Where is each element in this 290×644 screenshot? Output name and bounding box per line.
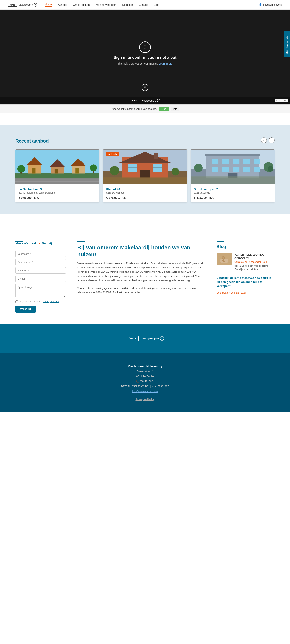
svg-rect-35: [205, 154, 260, 156]
svg-rect-41: [212, 167, 218, 172]
opmerkingen-input[interactable]: [16, 284, 66, 298]
svg-rect-23: [128, 168, 137, 168]
property-card-location: 49740 Haselünne / Lohe, Duitsland: [18, 192, 96, 194]
tab-bel-mij[interactable]: Bel mij: [42, 242, 52, 246]
carousel-prev-button[interactable]: ←: [261, 137, 267, 143]
footer-street: Sassenstraat 1: [137, 370, 154, 373]
vastgoedpro-logo: vastgoedpro ✓: [19, 3, 37, 6]
svg-rect-40: [254, 159, 260, 164]
svg-rect-28: [154, 152, 158, 159]
nav-gratis-zoeken[interactable]: Gratis zoeken: [73, 3, 90, 6]
recent-aanbod-section: Recent aanbod ← →: [0, 125, 290, 214]
property-card[interactable]: Verkocht: [103, 150, 187, 202]
footer-vastgoedpro-icon: ✓: [160, 336, 164, 340]
nav-diensten[interactable]: Diensten: [122, 3, 133, 6]
main-nav: Home Aanbod Gratis zoeken Woning verkope…: [45, 3, 259, 7]
blog-post-2-date: Geplaatst op: 25 maart 2024: [216, 292, 274, 294]
nav-home[interactable]: Home: [45, 3, 52, 7]
footer-vastgoedpro-logo: vastgoedpro ✓: [142, 99, 160, 102]
blog-post-1-title: JE HEBT EEN WONING GEKOCHT!: [234, 253, 274, 260]
blog-post[interactable]: Eindelijk, de lente staat voor de deur! …: [216, 276, 274, 294]
footer-phone: 038-4216604: [140, 380, 154, 383]
spacer-1: [0, 113, 290, 125]
cookie-ok-button[interactable]: Oke: [159, 107, 169, 111]
form-group-achternaam: [16, 259, 66, 265]
svg-rect-22: [129, 164, 129, 172]
svg-rect-31: [103, 177, 187, 184]
tab-maak-afspraak[interactable]: Maak afspraak: [16, 242, 37, 246]
login-button[interactable]: 👤 Inloggen move.nl: [259, 3, 282, 6]
about-title: Bij Van Amerom Makelaardij houden we van…: [77, 244, 205, 258]
email-input[interactable]: [16, 276, 66, 282]
scroll-down-button[interactable]: ▼: [142, 84, 148, 91]
svg-rect-25: [154, 164, 154, 172]
property-card-title: Sint Josephpad 7: [194, 188, 272, 191]
svg-rect-44: [243, 167, 250, 172]
blog-post[interactable]: JE HEBT EEN WONING GEKOCHT! Geplaatst op…: [216, 253, 274, 271]
learn-more-link[interactable]: Learn more: [159, 62, 173, 65]
blog-accent: [216, 241, 224, 242]
svg-rect-21: [128, 164, 137, 172]
svg-point-54: [222, 257, 224, 259]
property-card-location: 8266 LG Kampen: [106, 192, 184, 194]
user-icon: 👤: [259, 3, 262, 6]
property-card-body: Kleiput 43 8266 LG Kampen € 375.000,- k.…: [103, 184, 187, 202]
funda-logo: funda: [8, 3, 18, 7]
footer-privacy-link[interactable]: Privacyverklaring: [16, 398, 274, 401]
svg-rect-4: [32, 168, 36, 174]
recaptcha-badge: reCAPTCHA: [275, 99, 288, 102]
svg-rect-27: [140, 170, 150, 178]
favoriten-sidebar[interactable]: Mijn favorieten: [284, 31, 290, 57]
blog-post-1-excerpt: Hoera! Je heb een huis gekocht! Eindelij…: [234, 264, 274, 271]
recent-title-wrap: Recent aanbod: [16, 136, 49, 144]
svg-point-29: [110, 166, 119, 176]
svg-rect-26: [152, 168, 162, 168]
property-card-image: [191, 150, 274, 184]
property-card[interactable]: Sint Josephpad 7 8021 VS Zwolle € 410.00…: [191, 150, 274, 202]
contact-form-column: Maak afspraak • Bel mij Ik ga akkoord me…: [16, 241, 66, 312]
recent-title-bar: Recent aanbod ← →: [16, 136, 274, 144]
form-checkbox-row: Ik ga akkoord met de privacyverklaring: [16, 300, 66, 303]
svg-rect-56: [222, 260, 223, 261]
privacy-link[interactable]: privacyverklaring: [43, 300, 60, 303]
recent-section-title: Recent aanbod: [16, 138, 49, 144]
carousel-next-button[interactable]: →: [269, 137, 274, 143]
svg-rect-12: [21, 172, 22, 174]
cookie-info-button[interactable]: Info: [171, 106, 180, 112]
voornaam-input[interactable]: [16, 251, 66, 257]
property-card[interactable]: Im Buchenhain 9 49740 Haselünne / Lohe, …: [16, 150, 99, 202]
footer-address: Sassenstraat 1 8011 PA Zwolle 📞 038-4216…: [16, 369, 274, 394]
nav-contact[interactable]: Contact: [139, 3, 148, 6]
form-tab-separator: •: [39, 242, 40, 246]
bot-check-container: ! Sign in to confirm you're not a bot Th…: [114, 42, 176, 65]
svg-rect-43: [232, 167, 239, 172]
hero-section: ! Sign in to confirm you're not a bot Th…: [0, 10, 290, 97]
svg-rect-16: [16, 181, 99, 182]
property-card-price: € 410.000,- k.k.: [194, 196, 272, 200]
property-card-location: 8021 VS Zwolle: [194, 192, 272, 194]
cookie-bar: Deze website maakt gebruik van cookies. …: [0, 104, 290, 113]
svg-rect-55: [223, 259, 224, 262]
svg-rect-38: [232, 159, 239, 164]
svg-rect-52: [220, 259, 228, 263]
footer-teal: funda vastgoedpro ✓: [0, 324, 290, 353]
submit-button[interactable]: Verstuur: [16, 306, 36, 312]
privacy-checkbox[interactable]: [16, 300, 18, 303]
form-group-opmerkingen: [16, 284, 66, 298]
svg-rect-57: [224, 261, 225, 262]
footer-vastgoedpro-icon: ✓: [157, 99, 160, 102]
svg-point-13: [90, 164, 97, 171]
svg-rect-7: [54, 169, 58, 174]
achternaam-input[interactable]: [16, 259, 66, 265]
nav-blog[interactable]: Blog: [154, 3, 159, 6]
svg-point-47: [194, 164, 202, 172]
property-cards-container: Im Buchenhain 9 49740 Haselünne / Lohe, …: [16, 150, 274, 202]
svg-point-11: [18, 165, 25, 172]
nav-woning-verkopen[interactable]: Woning verkopen: [96, 3, 116, 6]
footer-email[interactable]: info@vanamerom.com: [132, 390, 158, 393]
telefoon-input[interactable]: [16, 267, 66, 274]
svg-rect-39: [243, 159, 250, 164]
header-logo[interactable]: funda vastgoedpro ✓: [8, 3, 37, 7]
property-card-title: Kleiput 43: [106, 188, 184, 191]
nav-aanbod[interactable]: Aanbod: [58, 3, 67, 6]
